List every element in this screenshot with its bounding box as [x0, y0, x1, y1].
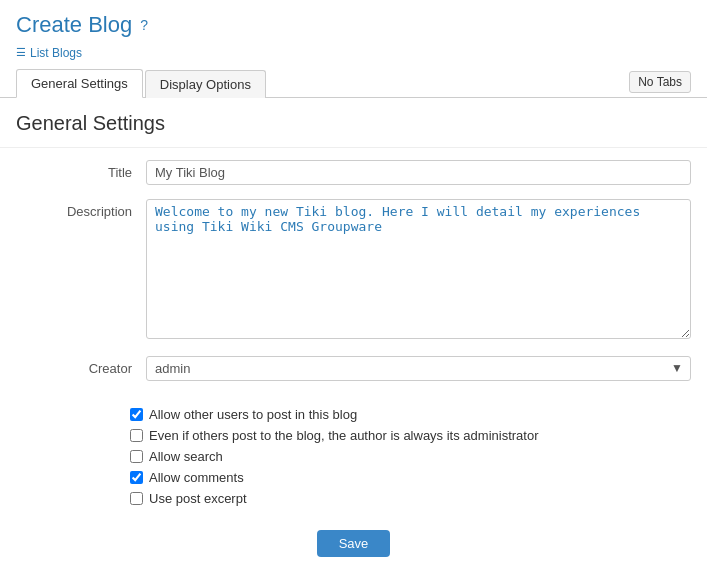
allow-comments-checkbox[interactable]	[130, 471, 143, 484]
page-header: Create Blog ?	[0, 0, 707, 42]
always-admin-label[interactable]: Even if others post to the blog, the aut…	[149, 428, 538, 443]
title-input[interactable]	[146, 160, 691, 185]
allow-comments-label[interactable]: Allow comments	[149, 470, 244, 485]
creator-label: Creator	[16, 356, 146, 376]
creator-select-wrapper: admin ▼	[146, 356, 691, 381]
tab-display-options[interactable]: Display Options	[145, 70, 266, 98]
use-post-excerpt-checkbox[interactable]	[130, 492, 143, 505]
save-button[interactable]: Save	[317, 530, 391, 557]
title-control	[146, 160, 691, 185]
allow-search-checkbox[interactable]	[130, 450, 143, 463]
checkbox-use-post-excerpt: Use post excerpt	[130, 491, 707, 506]
help-icon[interactable]: ?	[140, 17, 148, 33]
list-blogs-link[interactable]: ☰ List Blogs	[16, 46, 82, 60]
page-title: Create Blog	[16, 12, 132, 38]
section-heading: General Settings	[0, 98, 707, 148]
use-post-excerpt-label[interactable]: Use post excerpt	[149, 491, 247, 506]
breadcrumb: ☰ List Blogs	[0, 42, 707, 68]
save-area: Save	[0, 520, 707, 573]
tabs-bar: General Settings Display Options No Tabs	[0, 68, 707, 98]
creator-row: Creator admin ▼	[16, 356, 691, 381]
form-area: Title Description Creator admin ▼	[0, 148, 707, 407]
checkbox-allow-others-post: Allow other users to post in this blog	[130, 407, 707, 422]
no-tabs-button[interactable]: No Tabs	[629, 71, 691, 93]
title-row: Title	[16, 160, 691, 185]
allow-others-post-checkbox[interactable]	[130, 408, 143, 421]
checkboxes-area: Allow other users to post in this blog E…	[130, 407, 707, 506]
allow-search-label[interactable]: Allow search	[149, 449, 223, 464]
list-icon: ☰	[16, 46, 26, 59]
allow-others-post-label[interactable]: Allow other users to post in this blog	[149, 407, 357, 422]
description-label: Description	[16, 199, 146, 219]
list-blogs-label: List Blogs	[30, 46, 82, 60]
always-admin-checkbox[interactable]	[130, 429, 143, 442]
description-textarea[interactable]	[146, 199, 691, 339]
tab-general-settings[interactable]: General Settings	[16, 69, 143, 98]
title-label: Title	[16, 160, 146, 180]
checkbox-always-admin: Even if others post to the blog, the aut…	[130, 428, 707, 443]
description-control	[146, 199, 691, 342]
creator-control: admin ▼	[146, 356, 691, 381]
creator-select[interactable]: admin	[146, 356, 691, 381]
checkbox-allow-search: Allow search	[130, 449, 707, 464]
checkbox-allow-comments: Allow comments	[130, 470, 707, 485]
description-row: Description	[16, 199, 691, 342]
